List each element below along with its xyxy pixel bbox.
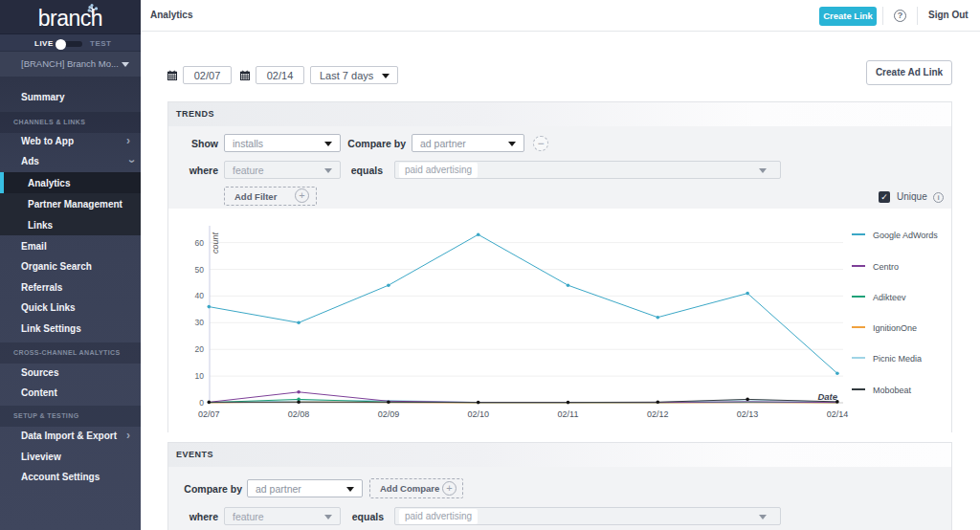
svg-text:40: 40 [195, 291, 205, 300]
svg-text:30: 30 [195, 318, 205, 327]
svg-text:02/10: 02/10 [467, 409, 489, 419]
svg-text:02/09: 02/09 [378, 409, 400, 419]
svg-text:02/11: 02/11 [558, 409, 579, 419]
svg-text:Mobobeat: Mobobeat [873, 386, 912, 395]
svg-text:50: 50 [195, 265, 205, 275]
svg-text:Date: Date [817, 391, 837, 402]
svg-text:20: 20 [195, 344, 205, 354]
svg-text:02/13: 02/13 [737, 409, 759, 419]
svg-text:02/08: 02/08 [288, 409, 310, 419]
svg-text:Centro: Centro [873, 262, 899, 272]
svg-text:count: count [211, 232, 220, 254]
svg-text:Adikteev: Adikteev [873, 293, 906, 302]
svg-text:IgnitionOne: IgnitionOne [873, 323, 917, 333]
svg-text:Picnic Media: Picnic Media [873, 354, 922, 364]
svg-text:0: 0 [199, 398, 204, 408]
svg-text:02/14: 02/14 [827, 409, 849, 419]
svg-text:60: 60 [195, 238, 205, 248]
svg-text:10: 10 [195, 371, 205, 381]
svg-text:02/07: 02/07 [198, 409, 220, 419]
svg-text:Google AdWords: Google AdWords [873, 231, 938, 240]
svg-text:02/12: 02/12 [647, 409, 669, 419]
